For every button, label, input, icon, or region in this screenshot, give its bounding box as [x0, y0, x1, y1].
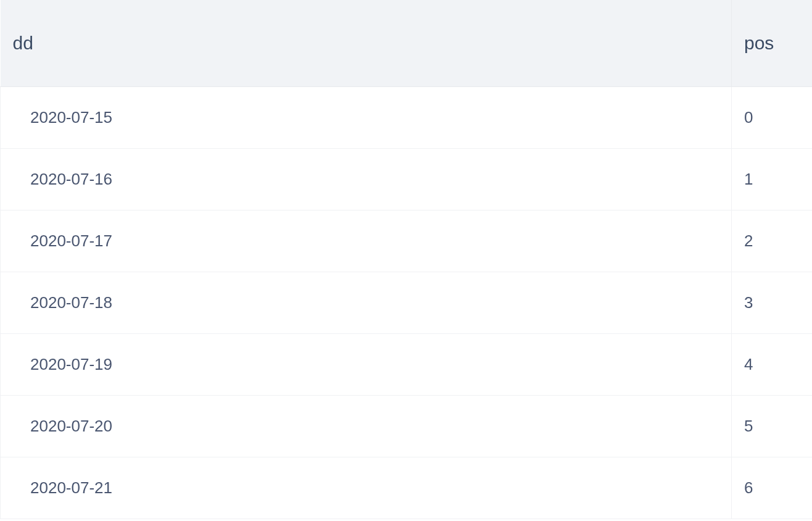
table-row: 2020-07-16 1 — [1, 148, 813, 210]
column-header-dd[interactable]: dd — [1, 0, 732, 86]
cell-pos: 2 — [732, 210, 813, 272]
cell-dd: 2020-07-17 — [1, 210, 732, 272]
cell-pos: 3 — [732, 272, 813, 333]
cell-dd: 2020-07-16 — [1, 148, 732, 210]
column-header-pos[interactable]: pos — [732, 0, 813, 86]
table-row: 2020-07-17 2 — [1, 210, 813, 272]
cell-pos: 5 — [732, 395, 813, 457]
cell-pos: 4 — [732, 333, 813, 395]
data-table: dd pos 2020-07-15 0 2020-07-16 1 2020-07… — [0, 0, 812, 519]
table-row: 2020-07-19 4 — [1, 333, 813, 395]
cell-dd: 2020-07-18 — [1, 272, 732, 333]
table-header-row: dd pos — [1, 0, 813, 86]
cell-dd: 2020-07-19 — [1, 333, 732, 395]
cell-pos: 6 — [732, 457, 813, 519]
table-row: 2020-07-18 3 — [1, 272, 813, 333]
cell-pos: 0 — [732, 86, 813, 148]
table-row: 2020-07-15 0 — [1, 86, 813, 148]
cell-pos: 1 — [732, 148, 813, 210]
cell-dd: 2020-07-20 — [1, 395, 732, 457]
cell-dd: 2020-07-21 — [1, 457, 732, 519]
table-row: 2020-07-21 6 — [1, 457, 813, 519]
table-row: 2020-07-20 5 — [1, 395, 813, 457]
cell-dd: 2020-07-15 — [1, 86, 732, 148]
